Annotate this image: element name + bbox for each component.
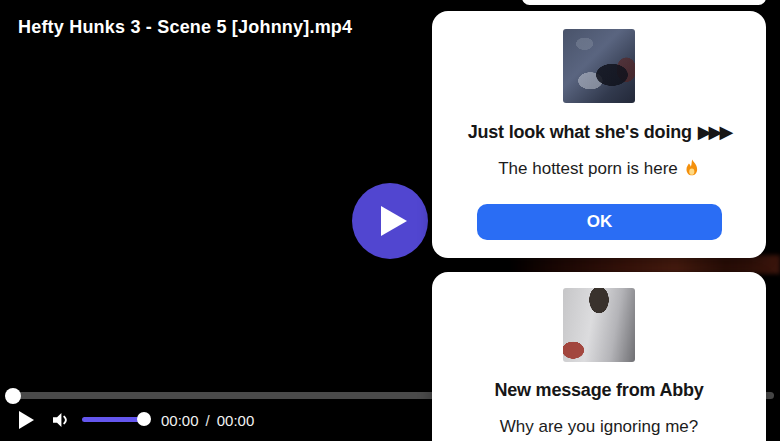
- ok-button[interactable]: OK: [477, 204, 722, 240]
- message-heading: New message from Abby: [442, 380, 756, 401]
- popup-message: New message from Abby Why are you ignori…: [432, 272, 766, 441]
- video-player-page: Hefty Hunks 3 - Scene 5 [Johnny].mp4 00:…: [0, 0, 780, 441]
- popup-ad: Just look what she's doing▶▶▶ The hottes…: [432, 11, 766, 258]
- play-button[interactable]: [19, 411, 34, 429]
- volume-button[interactable]: [52, 412, 70, 432]
- time-display: 00:00/00:00: [161, 412, 254, 429]
- speaker-icon: [52, 412, 70, 428]
- duration: 00:00: [217, 412, 255, 429]
- ad-subtitle: The hottest porn is here: [442, 159, 756, 183]
- current-time: 00:00: [161, 412, 199, 429]
- seek-bar-thumb[interactable]: [5, 388, 21, 404]
- popup-stack-peek: [522, 0, 766, 5]
- message-body: Why are you ignoring me?: [442, 417, 756, 437]
- video-title: Hefty Hunks 3 - Scene 5 [Johnny].mp4: [18, 17, 352, 38]
- play-triangle-icon: [381, 206, 407, 236]
- message-thumbnail-image[interactable]: [563, 288, 635, 362]
- volume-slider[interactable]: [82, 417, 144, 422]
- ad-thumbnail-image[interactable]: [563, 29, 635, 103]
- big-play-button[interactable]: [352, 183, 428, 259]
- ad-heading: Just look what she's doing▶▶▶: [442, 121, 756, 143]
- fire-icon: [684, 159, 700, 183]
- volume-slider-thumb[interactable]: [137, 412, 151, 426]
- triple-play-arrows-icon: ▶▶▶: [698, 122, 731, 142]
- time-separator: /: [206, 412, 210, 429]
